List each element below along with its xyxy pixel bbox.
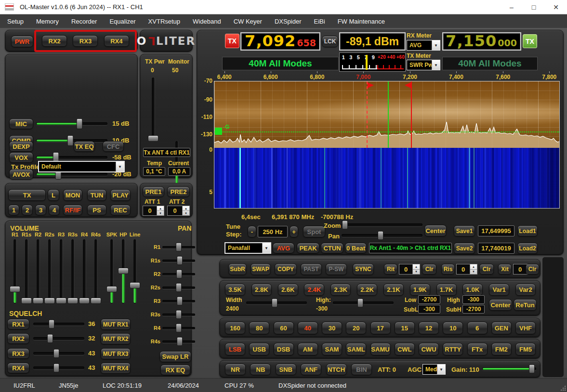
tx-audio-button[interactable]: AVOX (9, 169, 33, 180)
band-button[interactable]: 6 (467, 322, 488, 334)
slider-handle[interactable] (342, 221, 348, 230)
ris-button[interactable]: Ris (441, 264, 455, 274)
subrx-button[interactable]: COPY (275, 263, 297, 275)
mute-rx-button[interactable]: MUT RX1 (101, 319, 131, 330)
avg-button[interactable]: AVG (273, 243, 294, 253)
tx-audio-slider[interactable] (36, 139, 107, 142)
tune-step-minus-button[interactable]: - (248, 226, 256, 237)
band-button[interactable]: 60 (274, 322, 294, 334)
mode-button[interactable]: SAM (322, 343, 342, 355)
chevron-down-icon[interactable]: ▼ (116, 162, 124, 171)
high-slider[interactable] (333, 301, 394, 304)
chevron-down-icon[interactable]: ▼ (432, 60, 440, 70)
spot-button[interactable]: Spot (303, 226, 325, 237)
ctun-button[interactable]: CTUN (321, 243, 343, 253)
tx-control-button[interactable]: 1 (8, 205, 19, 215)
dsp-button[interactable]: NB (250, 364, 271, 375)
dsp-button[interactable]: NTCH (326, 364, 347, 375)
chevron-down-icon[interactable]: ▼ (432, 40, 440, 50)
display-mode-dropdown[interactable]: Panafall ▼ (224, 242, 271, 254)
dsp-button[interactable]: ANF (301, 364, 321, 375)
ris-clear-button[interactable]: Clr (479, 264, 494, 274)
dsp-button[interactable]: BIN (351, 364, 372, 375)
filter-width-button[interactable]: 1.9K (410, 284, 430, 296)
tx-control-button[interactable]: RF/IF (63, 205, 82, 215)
dexp-button[interactable]: DEXP (9, 141, 33, 152)
tx-pwr-slider[interactable] (147, 78, 159, 141)
rx-eq-button[interactable]: RX EQ (160, 365, 190, 375)
rit-button[interactable]: Rit (384, 264, 397, 274)
tx-control-button[interactable]: 2 (22, 205, 33, 215)
waterfall-display[interactable] (214, 148, 559, 208)
stepper-arrows-icon[interactable]: ▲▼ (182, 206, 189, 215)
tune-step-plus-button[interactable]: + (290, 226, 298, 237)
band-button[interactable]: 15 (395, 322, 415, 334)
zoom-slider[interactable] (342, 223, 422, 226)
slider-handle[interactable] (67, 135, 74, 146)
filter-width-button[interactable]: 2.6K (278, 284, 298, 296)
menu-item[interactable]: Memory (30, 18, 65, 25)
band-button[interactable]: 12 (419, 322, 439, 334)
menu-item[interactable]: XVTRsetup (142, 18, 186, 25)
mode-button[interactable]: DSB (274, 343, 294, 355)
menu-item[interactable]: Setup (1, 18, 30, 25)
gain-slider[interactable] (482, 367, 536, 370)
mode-button[interactable]: USB (249, 343, 269, 355)
mute-rx-button[interactable]: MUT RX3 (101, 348, 131, 359)
save1-button[interactable]: Save1 (454, 225, 475, 236)
menu-item[interactable]: FW Maintenance (331, 18, 391, 25)
rit-clear-button[interactable]: Clr (422, 264, 436, 274)
subrx-button[interactable]: SYNC (353, 263, 374, 275)
tx-control-button[interactable]: 4 (49, 205, 60, 215)
rit-stepper[interactable]: 0 ▲▼ (399, 264, 420, 274)
subrx-button[interactable]: SubR (228, 263, 247, 275)
band-button[interactable]: 30 (322, 322, 342, 334)
tx-meter-dropdown[interactable]: SWR Pwr ▼ (407, 60, 440, 70)
band-button[interactable]: 80 (249, 322, 269, 334)
mode-button[interactable]: LSB (225, 343, 245, 355)
sub-frequency-marker[interactable] (411, 81, 412, 148)
mode-button[interactable]: FM5 (515, 343, 536, 355)
band-button[interactable]: GEN (491, 322, 512, 334)
vfo-a-frequency-display[interactable]: 7,092 658 (240, 32, 320, 51)
tx-audio-slider[interactable] (36, 156, 107, 159)
pre2-button[interactable]: PRE2 (167, 186, 190, 197)
center-button[interactable]: Center (424, 225, 447, 236)
filter-width-button[interactable]: 2.3K (330, 284, 351, 296)
att2-stepper[interactable]: 0 ▲▼ (167, 206, 190, 216)
tx-control-button[interactable]: REC (110, 205, 131, 215)
slider-handle[interactable] (378, 231, 383, 240)
menu-item[interactable]: EiBi (308, 18, 331, 25)
filter-width-button[interactable]: 1.7K (436, 284, 457, 296)
band-button[interactable]: 10 (443, 322, 463, 334)
lock-button[interactable]: LCK (322, 36, 338, 47)
slider-handle[interactable] (357, 299, 363, 308)
subrx-button[interactable]: SWAP (251, 263, 271, 275)
pan-slider[interactable] (342, 234, 422, 237)
mode-button[interactable]: FTx (467, 343, 488, 355)
att1-stepper[interactable]: 0 ▲▼ (143, 206, 164, 216)
band-button[interactable]: 20 (346, 322, 366, 334)
slider-handle[interactable] (529, 365, 535, 374)
retune-button[interactable]: ReTun (514, 299, 537, 311)
filter-width-button[interactable]: 2.4K (304, 284, 324, 296)
minimize-button[interactable]: – (501, 0, 523, 14)
dsp-button[interactable]: NR (225, 364, 246, 375)
subrx-button[interactable]: P-SW (326, 263, 347, 275)
tx-control-button[interactable]: 3 (35, 205, 46, 215)
cfc-button[interactable]: CFC (103, 141, 124, 152)
band-button[interactable]: 160 (225, 322, 245, 334)
tx-profile-dropdown[interactable]: Default ▼ (38, 161, 125, 172)
mode-button[interactable]: SAML (346, 343, 366, 355)
pre1-button[interactable]: PRE1 (143, 186, 164, 197)
swap-lr-button[interactable]: Swap LR (159, 351, 191, 362)
maximize-button[interactable]: □ (523, 0, 545, 14)
rx-meter-dropdown[interactable]: AVG ▼ (407, 40, 440, 51)
resize-grip[interactable] (560, 385, 566, 391)
mode-button[interactable]: CWU (419, 343, 439, 355)
xit-button[interactable]: Xit (498, 264, 512, 274)
stepper-arrows-icon[interactable]: ▲▼ (470, 264, 477, 274)
slider-handle[interactable] (148, 135, 158, 142)
filter-width-button[interactable]: 3.5K (225, 284, 245, 296)
menu-item[interactable]: DXSpider (268, 18, 308, 25)
